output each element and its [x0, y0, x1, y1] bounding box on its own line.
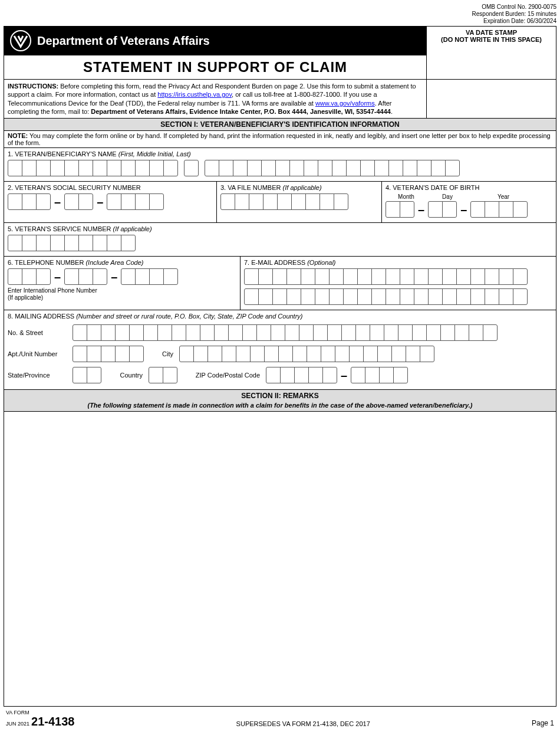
dob-year-label: Year: [468, 193, 539, 200]
f1-hint: (First, Middle Initial, Last): [118, 150, 191, 157]
field-8-address: 8. MAILING ADDRESS (Number and street or…: [4, 310, 556, 389]
apt-input-boxes[interactable]: [73, 346, 144, 362]
field-3-file-number: 3. VA FILE NUMBER (If applicable): [216, 182, 381, 222]
date-stamp-box: VA DATE STAMP (DO NOT WRITE IN THIS SPAC…: [426, 27, 556, 55]
instructions-row: INSTRUCTIONS: Before completing this for…: [4, 79, 556, 118]
f7-label: 7. E-MAIL ADDRESS: [244, 259, 307, 266]
dash-icon: –: [54, 195, 61, 209]
fields-6-7-row: 6. TELEPHONE NUMBER (Include Area Code) …: [4, 256, 556, 310]
instructions-label: INSTRUCTIONS:: [8, 83, 58, 90]
field-2-ssn: 2. VETERAN'S SOCIAL SECURITY NUMBER – –: [4, 182, 216, 222]
instr-period: .: [391, 108, 393, 115]
va-logo-icon: [10, 30, 31, 51]
city-input-boxes[interactable]: [179, 346, 434, 362]
dash-icon: –: [97, 195, 103, 209]
ssn-input-boxes[interactable]: – –: [8, 193, 213, 210]
page-number: Page 1: [532, 719, 554, 727]
respondent-burden: Respondent Burden: 15 minutes: [4, 11, 556, 18]
iris-link[interactable]: https://iris.custhelp.va.gov: [157, 91, 232, 98]
intl-phone-label: Enter International Phone Number (If app…: [8, 287, 236, 301]
header-left: Department of Veterans Affairs: [4, 27, 426, 55]
addr-country-label: Country: [107, 372, 143, 379]
addr-street-label: No. & Street: [8, 329, 67, 336]
zip-input-boxes[interactable]: –: [266, 367, 408, 383]
date-stamp-line2: (DO NOT WRITE IN THIS SPACE): [428, 36, 555, 43]
date-stamp-space: [426, 55, 556, 79]
date-stamp-space-2: [426, 80, 556, 118]
name-input-boxes[interactable]: [8, 160, 552, 176]
field-5-service-number: 5. VETERAN'S SERVICE NUMBER (If applicab…: [4, 223, 556, 256]
dob-day-label: Day: [427, 193, 468, 200]
dob-input-boxes[interactable]: – –: [386, 201, 552, 218]
f8-label: 8. MAILING ADDRESS: [8, 313, 76, 320]
page-footer: VA FORM JUN 2021 21-4138 SUPERSEDES VA F…: [4, 709, 556, 727]
field-4-dob: 4. VETERAN'S DATE OF BIRTH Month Day Yea…: [381, 182, 556, 222]
addr-city-label: City: [150, 350, 173, 357]
dash-icon: –: [418, 203, 424, 216]
section-1-header: SECTION I: VETERAN/BENEFICIARY'S IDENTIF…: [4, 118, 556, 130]
field-7-email: 7. E-MAIL ADDRESS (Optional): [240, 257, 556, 310]
vaforms-link[interactable]: www.va.gov/vaforms: [315, 100, 375, 107]
field-5-row: 5. VETERAN'S SERVICE NUMBER (If applicab…: [4, 222, 556, 256]
va-form-label: VA FORM: [6, 710, 29, 715]
f4-label: 4. VETERAN'S DATE OF BIRTH: [386, 184, 552, 191]
supersedes-text: SUPERSEDES VA FORM 21-4138, DEC 2017: [75, 720, 532, 727]
note-text: You may complete the form online or by h…: [8, 132, 551, 146]
note-row: NOTE: You may complete the form online o…: [4, 130, 556, 147]
dob-month-label: Month: [386, 193, 427, 200]
field-6-phone: 6. TELEPHONE NUMBER (Include Area Code) …: [4, 257, 240, 310]
f5-hint: (If applicable): [113, 225, 152, 232]
header-row: Department of Veterans Affairs VA DATE S…: [4, 27, 556, 55]
omb-control-no: OMB Control No. 2900-0075: [4, 4, 556, 11]
instructions-text: INSTRUCTIONS: Before completing this for…: [4, 80, 426, 118]
phone-input-boxes[interactable]: – –: [8, 268, 236, 285]
f5-label: 5. VETERAN'S SERVICE NUMBER: [8, 225, 113, 232]
form-number: 21-4138: [31, 715, 74, 728]
f6-label: 6. TELEPHONE NUMBER: [8, 259, 85, 266]
field-1-row: 1. VETERAN/BENEFICIARY'S NAME (First, Mi…: [4, 147, 556, 181]
f7-hint: (Optional): [307, 259, 335, 266]
dash-icon: –: [460, 203, 467, 216]
f2-label: 2. VETERAN'S SOCIAL SECURITY NUMBER: [8, 184, 213, 191]
state-input-boxes[interactable]: [73, 367, 101, 383]
addr-apt-label: Apt./Unit Number: [8, 350, 67, 357]
email-input-boxes-1[interactable]: [244, 268, 552, 285]
omb-metadata: OMB Control No. 2900-0075 Respondent Bur…: [4, 4, 556, 25]
note-label: NOTE:: [8, 132, 28, 139]
fields-2-3-4-row: 2. VETERAN'S SOCIAL SECURITY NUMBER – – …: [4, 181, 556, 222]
form-container: Department of Veterans Affairs VA DATE S…: [4, 26, 556, 707]
form-date: JUN 2021: [6, 721, 29, 727]
dash-icon: –: [111, 270, 117, 284]
service-number-input-boxes[interactable]: [8, 235, 552, 251]
f8-hint: (Number and street or rural route, P.O. …: [76, 313, 302, 320]
email-input-boxes-2[interactable]: [244, 288, 552, 305]
field-1-name: 1. VETERAN/BENEFICIARY'S NAME (First, Mi…: [4, 148, 556, 181]
mailing-address-bold: Department of Veterans Affairs, Evidence…: [91, 108, 391, 115]
street-input-boxes[interactable]: [73, 324, 498, 341]
f6-hint: (Include Area Code): [85, 259, 143, 266]
addr-state-label: State/Province: [8, 372, 67, 379]
f3-hint: (If applicable): [283, 184, 322, 191]
date-stamp-line1: VA DATE STAMP: [428, 29, 555, 36]
dash-icon: –: [341, 369, 347, 382]
section-2-subtitle: (The following statement is made in conn…: [4, 402, 556, 411]
title-row: STATEMENT IN SUPPORT OF CLAIM: [4, 55, 556, 79]
dash-icon: –: [54, 270, 61, 284]
f3-label: 3. VA FILE NUMBER: [220, 184, 283, 191]
country-input-boxes[interactable]: [149, 367, 177, 383]
dept-title: Department of Veterans Affairs: [37, 34, 210, 48]
form-number-block: VA FORM JUN 2021 21-4138: [6, 709, 75, 727]
expiration-date: Expiration Date: 06/30/2024: [4, 18, 556, 25]
f1-label: 1. VETERAN/BENEFICIARY'S NAME: [8, 150, 118, 157]
form-title: STATEMENT IN SUPPORT OF CLAIM: [4, 55, 426, 79]
remarks-textarea[interactable]: [4, 411, 556, 706]
file-number-input-boxes[interactable]: [220, 193, 378, 210]
addr-zip-label: ZIP Code/Postal Code: [183, 372, 260, 379]
section-2-header: SECTION II: REMARKS: [4, 389, 556, 402]
